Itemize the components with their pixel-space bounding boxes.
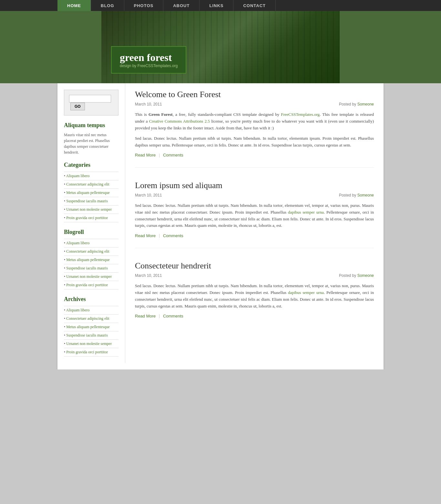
post-1-posted-by: Posted by Someone (339, 102, 374, 106)
post-2-para-1: Sed lacus. Donec lectus. Nullam pretium … (135, 202, 374, 229)
post-3-date: March 10, 2011 (135, 273, 162, 278)
post-3-author[interactable]: Someone (357, 273, 374, 278)
main-content: Welcome to Green Forest March 10, 2011 P… (125, 83, 384, 363)
sidebar-blogroll: Blogroll Aliquam liberoConsectetuer adip… (64, 229, 118, 289)
list-item: Proin gravida orci porttitor (64, 214, 118, 222)
list-item: Metus aliquam pellentesque (64, 256, 118, 264)
page-wrapper: GO Aliquam tempus Mauris vitae nisl nec … (57, 83, 384, 369)
main-nav: HOME BLOG PHOTOS ABOUT LINKS CONTACT (57, 0, 384, 11)
post-3-posted-by: Posted by Someone (339, 273, 374, 278)
sidebar: GO Aliquam tempus Mauris vitae nisl nec … (57, 83, 125, 363)
post-2-read-more[interactable]: Read More (135, 233, 156, 238)
post-2-posted-by: Posted by Someone (339, 193, 374, 197)
post-1-link-freecss[interactable]: FreeCSSTemplates.org (281, 112, 320, 117)
list-item: Consectetuer adipiscing elit (64, 315, 118, 323)
list-item-link[interactable]: Consectetuer adipiscing elit (66, 182, 109, 186)
post-3-separator: | (159, 313, 160, 318)
list-item-link[interactable]: Suspendisse iaculis mauris (66, 199, 108, 203)
list-item-link[interactable]: Suspendisse iaculis mauris (66, 333, 108, 338)
list-item: Aliquam libero (64, 306, 118, 315)
sidebar-categories-title: Categories (64, 162, 118, 168)
list-item-link[interactable]: Aliquam libero (66, 241, 90, 245)
list-item-link[interactable]: Suspendisse iaculis mauris (66, 266, 108, 270)
list-item: Consectetuer adipiscing elit (64, 180, 118, 189)
post-3-read-more[interactable]: Read More (135, 314, 156, 318)
post-1-separator: | (159, 153, 160, 158)
post-1-comments[interactable]: Comments (163, 153, 183, 157)
list-item: Urnanet non molestie semper (64, 206, 118, 214)
post-1-para-2: Sed lacus. Donec lectus. Nullam pretium … (135, 135, 374, 149)
post-1-title: Welcome to Green Forest (135, 90, 374, 99)
post-2-link[interactable]: dapibus semper urna (288, 210, 324, 215)
list-item: Proin gravida orci porttitor (64, 281, 118, 289)
list-item-link[interactable]: Proin gravida orci porttitor (66, 283, 108, 287)
post-1-footer: Read More | Comments (135, 153, 374, 158)
post-3-footer: Read More | Comments (135, 313, 374, 318)
post-3-comments[interactable]: Comments (163, 314, 183, 318)
nav-home[interactable]: HOME (57, 0, 91, 11)
categories-list: Aliquam liberoConsectetuer adipiscing el… (64, 172, 118, 222)
post-3-meta: March 10, 2011 Posted by Someone (135, 273, 374, 278)
list-item: Consectetuer adipiscing elit (64, 247, 118, 256)
sidebar-archives-title: Archives (64, 296, 118, 303)
list-item: Urnanet non molestie semper (64, 340, 118, 348)
post-1-read-more[interactable]: Read More (135, 153, 156, 157)
list-item: Suspendisse iaculis mauris (64, 331, 118, 340)
list-item: Aliquam libero (64, 239, 118, 247)
site-title: green forest (120, 52, 178, 64)
post-1-link-cc[interactable]: Creative Commons Attributions 2.5 (149, 119, 210, 124)
blogroll-list: Aliquam liberoConsectetuer adipiscing el… (64, 239, 118, 289)
sidebar-archives: Archives Aliquam liberoConsectetuer adip… (64, 296, 118, 357)
list-item: Urnanet non molestie semper (64, 273, 118, 281)
list-item-link[interactable]: Urnanet non molestie semper (66, 207, 112, 212)
post-2-comments[interactable]: Comments (163, 233, 183, 238)
list-item-link[interactable]: Proin gravida orci porttitor (66, 216, 108, 220)
post-1-date: March 10, 2011 (135, 102, 162, 106)
sidebar-categories: Categories Aliquam liberoConsectetuer ad… (64, 162, 118, 222)
list-item-link[interactable]: Metus aliquam pellentesque (66, 190, 110, 195)
post-1-bold: Green Forest (149, 112, 173, 117)
list-item-link[interactable]: Urnanet non molestie semper (66, 341, 112, 346)
sidebar-blogroll-title: Blogroll (64, 229, 118, 236)
site-subtitle: design by FreeCSSTemplates.org (120, 64, 178, 68)
list-item-link[interactable]: Consectetuer adipiscing elit (66, 249, 109, 254)
nav-contact[interactable]: CONTACT (233, 0, 276, 11)
list-item-link[interactable]: Proin gravida orci porttitor (66, 350, 108, 354)
post-1-meta: March 10, 2011 Posted by Someone (135, 102, 374, 106)
list-item-link[interactable]: Consectetuer adipiscing elit (66, 316, 109, 321)
post-2-footer: Read More | Comments (135, 233, 374, 238)
list-item: Suspendisse iaculis mauris (64, 264, 118, 273)
post-3-title: Consecteteur hendrerit (135, 261, 374, 271)
site-header: green forest design by FreeCSSTemplates.… (101, 11, 340, 83)
post-2-author[interactable]: Someone (357, 193, 374, 197)
nav-about[interactable]: ABOUT (163, 0, 200, 11)
post-2-meta: March 10, 2011 Posted by Someone (135, 193, 374, 197)
list-item-link[interactable]: Urnanet non molestie semper (66, 274, 112, 279)
nav-blog[interactable]: BLOG (91, 0, 124, 11)
sidebar-about-text: Mauris vitae nisl nec metus placerat per… (64, 132, 118, 155)
list-item-link[interactable]: Aliquam libero (66, 174, 90, 178)
search-input[interactable] (69, 95, 111, 103)
header-title-block: green forest design by FreeCSSTemplates.… (111, 46, 186, 74)
post-1-para-1: This is Green Forest, a free, fully stan… (135, 111, 374, 131)
list-item-link[interactable]: Metus aliquam pellentesque (66, 257, 110, 262)
nav-photos[interactable]: PHOTOS (124, 0, 164, 11)
list-item: Aliquam libero (64, 172, 118, 180)
post-1: Welcome to Green Forest March 10, 2011 P… (135, 90, 374, 168)
post-2-separator: | (159, 233, 160, 238)
post-1-author[interactable]: Someone (357, 102, 374, 106)
list-item: Metus aliquam pellentesque (64, 189, 118, 197)
list-item-link[interactable]: Aliquam libero (66, 308, 90, 312)
search-box: GO (64, 90, 118, 116)
list-item-link[interactable]: Metus aliquam pellentesque (66, 325, 110, 329)
post-2: Lorem ipsum sed aliquam March 10, 2011 P… (135, 181, 374, 248)
post-2-date: March 10, 2011 (135, 193, 162, 197)
nav-links[interactable]: LINKS (200, 0, 233, 11)
post-3: Consecteteur hendrerit March 10, 2011 Po… (135, 261, 374, 328)
search-button[interactable]: GO (70, 103, 85, 110)
archives-list: Aliquam liberoConsectetuer adipiscing el… (64, 306, 118, 357)
list-item: Suspendisse iaculis mauris (64, 197, 118, 206)
sidebar-about: Aliquam tempus Mauris vitae nisl nec met… (64, 122, 118, 155)
list-item: Metus aliquam pellentesque (64, 323, 118, 331)
post-3-link[interactable]: dapibus semper urna (288, 290, 324, 295)
